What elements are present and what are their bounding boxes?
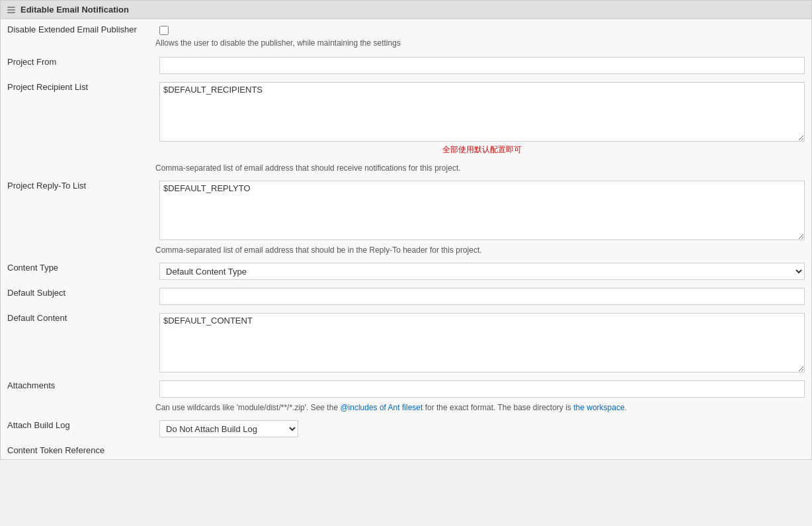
attachments-help-text3: . (625, 403, 627, 412)
project-from-input[interactable] (159, 57, 805, 74)
attachments-input[interactable] (159, 380, 805, 398)
recipient-list-help-row: Comma-separated list of email address th… (1, 162, 811, 177)
attachments-label: Attachments (1, 376, 153, 402)
content-type-label: Content Type (1, 259, 153, 284)
replyto-list-field (153, 177, 811, 244)
project-from-row: Project From (1, 53, 811, 78)
form-table: Disable Extended Email Publisher Allows … (1, 19, 811, 459)
default-content-wrapper (159, 313, 805, 373)
default-content-field (153, 309, 811, 376)
content-type-field: Default Content TypeHTML (text/html)Plai… (153, 259, 811, 284)
chinese-hint: 全部使用默认配置即可 (159, 142, 805, 158)
attach-build-log-field: Do Not Attach Build LogAttach Build LogC… (153, 416, 811, 441)
default-content-label: Default Content (1, 309, 153, 376)
replyto-list-help-row: Comma-separated list of email address th… (1, 244, 811, 259)
attachments-help-text2: for the exact format. The base directory… (423, 403, 573, 412)
attachments-row: Attachments (1, 376, 811, 402)
content-type-select[interactable]: Default Content TypeHTML (text/html)Plai… (159, 263, 805, 280)
replyto-list-label: Project Reply-To List (1, 177, 153, 244)
default-subject-field: $DEFAULT_SUBJECT (153, 284, 811, 309)
disable-publisher-field (153, 19, 811, 38)
content-token-row: Content Token Reference (1, 441, 811, 459)
disable-publisher-checkbox[interactable] (159, 26, 169, 35)
recipient-list-field: 全部使用默认配置即可 (153, 78, 811, 162)
attachments-field (153, 376, 811, 402)
recipient-list-wrapper: 全部使用默认配置即可 (159, 82, 805, 158)
panel-title: Editable Email Notification (20, 5, 129, 15)
default-subject-row: Default Subject $DEFAULT_SUBJECT (1, 284, 811, 309)
disable-publisher-help-row: Allows the user to disable the publisher… (1, 38, 811, 53)
content-token-field (153, 441, 811, 459)
replyto-list-wrapper (159, 181, 805, 240)
editable-email-notification-panel: Editable Email Notification Disable Exte… (0, 0, 812, 460)
content-type-row: Content Type Default Content TypeHTML (t… (1, 259, 811, 284)
default-subject-input[interactable]: $DEFAULT_SUBJECT (159, 288, 805, 305)
workspace-link[interactable]: the workspace (573, 403, 624, 412)
attachments-help-text1: Can use wildcards like 'module/dist/**/*… (155, 403, 340, 412)
attachments-help: Can use wildcards like 'module/dist/**/*… (153, 402, 811, 416)
attach-build-log-label: Attach Build Log (1, 416, 153, 441)
project-from-field (153, 53, 811, 78)
replyto-list-row: Project Reply-To List (1, 177, 811, 244)
panel-header: Editable Email Notification (1, 1, 811, 19)
attach-build-log-select[interactable]: Do Not Attach Build LogAttach Build LogC… (159, 420, 298, 437)
default-content-textarea[interactable] (159, 313, 805, 373)
disable-publisher-row: Disable Extended Email Publisher (1, 19, 811, 38)
replyto-list-textarea[interactable] (159, 181, 805, 240)
attach-build-log-row: Attach Build Log Do Not Attach Build Log… (1, 416, 811, 441)
replyto-list-help: Comma-separated list of email address th… (153, 244, 811, 259)
recipient-list-row: Project Recipient List 全部使用默认配置即可 (1, 78, 811, 162)
default-content-row: Default Content (1, 309, 811, 376)
project-from-label: Project From (1, 53, 153, 78)
disable-publisher-label: Disable Extended Email Publisher (1, 19, 153, 38)
content-token-label: Content Token Reference (1, 441, 153, 459)
recipient-list-help: Comma-separated list of email address th… (153, 162, 811, 177)
attachments-help-row: Can use wildcards like 'module/dist/**/*… (1, 402, 811, 416)
ant-fileset-link[interactable]: @includes of Ant fileset (340, 403, 423, 412)
recipient-list-label: Project Recipient List (1, 78, 153, 162)
drag-handle-icon[interactable] (7, 7, 15, 13)
recipient-list-textarea[interactable] (159, 82, 805, 142)
default-subject-label: Default Subject (1, 284, 153, 309)
disable-publisher-help: Allows the user to disable the publisher… (153, 38, 811, 53)
